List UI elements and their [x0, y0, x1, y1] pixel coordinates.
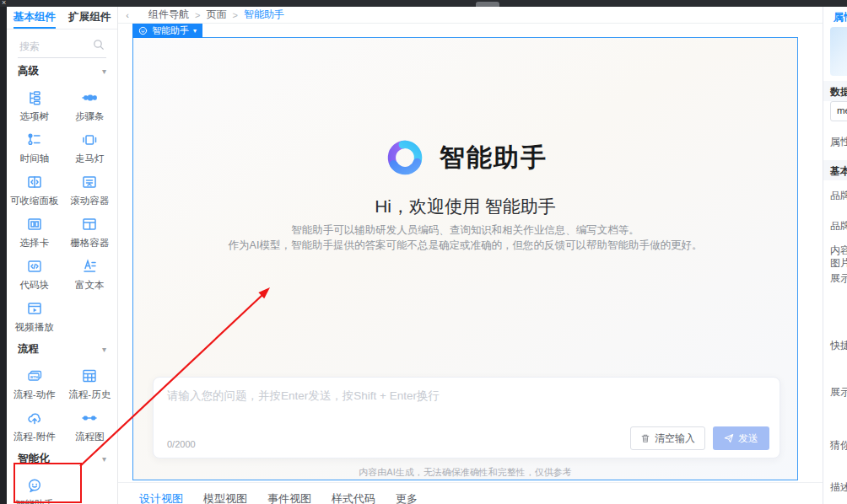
component-label: 视频播放 [15, 321, 54, 334]
flow-diagram-icon [81, 410, 98, 426]
model-input[interactable]: me [830, 101, 847, 121]
breadcrumb-item[interactable]: 页面 [206, 8, 226, 22]
component-item-rich-text[interactable]: 富文本 [62, 252, 118, 294]
field-label: 快捷 [830, 339, 847, 353]
flow-history-icon [81, 367, 98, 384]
flow-action-icon: BTN [26, 367, 43, 384]
char-counter: 0/2000 [167, 439, 196, 449]
flow-attachment-icon [26, 410, 43, 426]
clear-input-button[interactable]: 清空输入 [630, 426, 705, 450]
component-preview-thumbnail [830, 27, 847, 76]
component-item-video-player[interactable]: 视频播放 [7, 294, 62, 336]
select-card-icon [26, 216, 43, 233]
tab-more[interactable]: 更多 [396, 491, 418, 504]
description-line: 作为AI模型，智能助手提供的答案可能不总是确定或准确的，但您的反馈可以帮助智能助… [133, 239, 797, 254]
component-item-select-card[interactable]: 选择卡 [7, 210, 62, 252]
component-grid-intelligence: 智能助手 [7, 471, 117, 504]
section-header-flow[interactable]: 流程 ▾ [7, 336, 117, 362]
code-block-icon [26, 258, 43, 275]
window-left-edge [0, 7, 7, 504]
question-input-card: 0/2000 清空输入 发送 [153, 377, 780, 458]
field-label: 内容图片 [830, 244, 847, 270]
sidebar-collapse-icon[interactable]: ‹ [118, 10, 137, 20]
field-label: 猜你 [830, 438, 847, 453]
tab-style-code[interactable]: 样式代码 [332, 491, 375, 504]
send-button[interactable]: 发送 [713, 426, 769, 450]
component-item-carousel[interactable]: 走马灯 [62, 126, 118, 168]
component-label: 滚动容器 [70, 195, 109, 207]
sidebar-tabs: 基本组件 扩展组件 [7, 7, 117, 29]
section-title: 基本 [830, 164, 847, 179]
section-header-intelligence[interactable]: 智能化 ▾ [7, 446, 117, 471]
ai-disclaimer: 内容由AI生成，无法确保准确性和完整性，仅供参考 [133, 466, 797, 479]
window-close-icon[interactable]: × [2, 0, 6, 7]
assistant-logo [383, 136, 427, 180]
design-canvas[interactable]: 智能助手 Hi，欢迎使用 智能助手 智能助手可以辅助研发人员编码、查询知识和相关… [132, 37, 798, 480]
section-title: 智能化 [18, 452, 50, 466]
properties-panel-header[interactable]: 属性 [834, 10, 847, 24]
component-label: 流程-动作 [13, 389, 56, 401]
component-sidebar: 基本组件 扩展组件 高级 ▾ 选项树 步骤条 时间轴 走马灯 可收缩面板 [7, 7, 118, 504]
clear-input-label: 清空输入 [655, 432, 695, 446]
input-actions: 清空输入 发送 [630, 426, 769, 450]
window-drag-handle[interactable] [476, 2, 499, 7]
tab-model-view[interactable]: 模型视图 [203, 491, 247, 504]
field-label: 品牌 [830, 189, 847, 203]
attr-label: 属性 [830, 135, 847, 149]
view-tabs-bar: 设计视图 模型视图 事件视图 样式代码 更多 [118, 482, 823, 504]
component-item-ai-assistant[interactable]: 智能助手 [7, 471, 62, 504]
ai-assistant-icon [138, 26, 148, 35]
component-item-flow-action[interactable]: BTN 流程-动作 [7, 362, 62, 404]
search-icon [93, 39, 105, 51]
component-item-option-tree[interactable]: 选项树 [7, 83, 62, 126]
component-grid-flow: BTN 流程-动作 流程-历史 流程-附件 流程图 [7, 362, 117, 446]
tab-event-view[interactable]: 事件视图 [267, 491, 311, 504]
breadcrumb-item[interactable]: 组件导航 [148, 8, 189, 22]
component-label: 流程-历史 [68, 389, 111, 401]
send-icon [724, 433, 734, 443]
data-section-header[interactable]: 数据 [823, 81, 847, 101]
ai-assistant-icon [26, 477, 43, 494]
component-grid-advanced: 选项树 步骤条 时间轴 走马灯 可收缩面板 滚动容器 选择卡 栅格容器 [7, 83, 117, 336]
component-item-flow-history[interactable]: 流程-历史 [62, 362, 118, 404]
component-item-flow-diagram[interactable]: 流程图 [62, 404, 118, 446]
video-player-icon [26, 300, 43, 317]
component-item-collapsible-panel[interactable]: 可收缩面板 [7, 168, 62, 210]
chevron-down-icon: ▾ [102, 345, 106, 354]
basic-section-header[interactable]: 基本 [823, 160, 847, 180]
trash-icon [640, 433, 650, 443]
component-label: 智能助手 [15, 498, 54, 504]
description-line: 智能助手可以辅助研发人员编码、查询知识和相关作业信息、编写文档等。 [133, 223, 797, 239]
carousel-icon [81, 131, 98, 148]
assistant-hero: 智能助手 [133, 136, 797, 180]
component-item-grid-container[interactable]: 栅格容器 [62, 210, 118, 252]
component-item-code-block[interactable]: 代码块 [7, 252, 62, 294]
chevron-down-icon[interactable]: ▾ [193, 27, 197, 35]
section-title: 数据 [830, 85, 847, 99]
editor-main: ‹ 组件导航 > 页面 > 智能助手 智能助手 ▾ [118, 7, 823, 504]
field-label: 描述 [830, 480, 847, 495]
scroll-container-icon [81, 174, 98, 190]
canvas-tab-ai-assistant[interactable]: 智能助手 ▾ [132, 24, 202, 38]
component-item-scroll-container[interactable]: 滚动容器 [62, 168, 118, 210]
section-title: 高级 [18, 64, 39, 78]
component-item-steps[interactable]: 步骤条 [62, 83, 118, 126]
component-label: 可收缩面板 [10, 195, 59, 207]
tab-extended-components[interactable]: 扩展组件 [62, 7, 118, 29]
breadcrumb-item-current[interactable]: 智能助手 [244, 8, 284, 22]
field-label: 品牌 [830, 219, 847, 233]
component-item-flow-attachment[interactable]: 流程-附件 [7, 404, 62, 446]
component-label: 选择卡 [20, 237, 50, 249]
component-item-timeline[interactable]: 时间轴 [7, 126, 62, 168]
component-label: 富文本 [75, 279, 105, 292]
steps-icon [81, 89, 98, 106]
component-label: 走马灯 [75, 153, 105, 165]
rich-text-icon [81, 258, 98, 275]
breadcrumb-bar: ‹ 组件导航 > 页面 > 智能助手 [118, 7, 823, 24]
tab-design-view[interactable]: 设计视图 [139, 491, 183, 504]
tab-basic-components[interactable]: 基本组件 [7, 7, 62, 29]
canvas-tab-label: 智能助手 [152, 24, 189, 37]
field-label: 展示 [830, 385, 847, 399]
assistant-description: 智能助手可以辅助研发人员编码、查询知识和相关作业信息、编写文档等。 作为AI模型… [133, 223, 797, 253]
section-header-advanced[interactable]: 高级 ▾ [7, 58, 117, 83]
